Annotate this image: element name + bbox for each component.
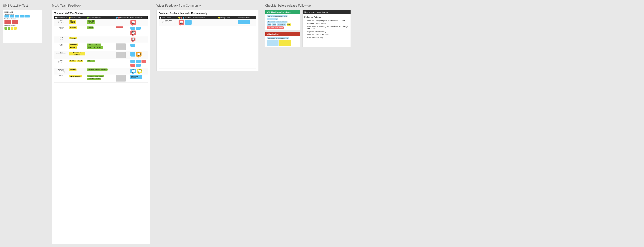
follow-up-card: Nice to have - going forward Follow up A… [302, 10, 351, 47]
sme-dot-yellow-2 [14, 27, 16, 30]
follow-up-title: Follow up Actions: [304, 16, 349, 18]
wider-dot1 [178, 17, 180, 19]
mitigating-note-2 [279, 40, 291, 46]
row-5-device: Windows 10 Desktop [68, 51, 86, 59]
bubble-pink-2: 💬 [130, 31, 136, 35]
row-7-browser: Safari earlier / Chrome / accessibility [86, 68, 115, 74]
sticky-jenny-1 [130, 44, 135, 47]
row-3-notes: 💬 [129, 36, 148, 43]
sticky-eve-1 [130, 60, 135, 63]
mvp-item-remove-tab: Remove Tab [277, 24, 286, 26]
mitigating-card: Mitigating Risk Add Removal to Round bac… [265, 32, 300, 47]
sticky-eve-5 [136, 64, 141, 67]
wider-dot2 [180, 17, 182, 19]
row-6-name: Eve (Designer) [54, 59, 68, 68]
follow-up-item-5: Look into GA/cookie stuff [307, 34, 349, 36]
mvp-row-3: What Why Remove Tab How [267, 24, 298, 26]
row-2-browser: Chrome [86, 26, 115, 36]
row-1-screenshot [115, 19, 129, 26]
wider-section: Wider Feedback from Community Continued … [154, 0, 262, 247]
row-1-name: Tim (designer) [54, 19, 68, 26]
mitigating-header: Mitigating Risk [265, 32, 300, 36]
mvp-header: MVP Checklist before release [265, 10, 300, 14]
table-row: Peter Hunt (Dev ES, Developer) 💬 [159, 19, 256, 26]
wider-th-feedback: Feedback / Recommendations [178, 16, 217, 19]
wider-table: Team Member Feedback / Recommendations [159, 16, 256, 69]
sme-red-block-2 [12, 20, 18, 24]
screenshot-alex [116, 52, 126, 58]
row-8-notes: Functions as intended [129, 74, 148, 83]
sme-observations-label: Other observations [4, 25, 41, 27]
mvp-row-1: Help banner at Registration Kiosk Improv… [267, 15, 298, 20]
moj-th-member: Team Member [54, 16, 68, 19]
mvp-item-why: Why [272, 24, 276, 26]
table-row: Beverley (IE Dev / Accessibility) Deskto… [54, 68, 148, 74]
all-team-row: ALL TEAM to test before [267, 27, 298, 29]
wider-sticky-blue [185, 20, 192, 25]
follow-up-item-2: Feedback from SMEs [307, 22, 349, 25]
wider-title: Wider Feedback from Community [156, 4, 259, 7]
sticky-alex-1 [130, 52, 135, 57]
wider-row-1-notes [237, 19, 256, 26]
sme-dot-green-1 [4, 27, 7, 30]
mitigating-note-1 [267, 40, 278, 46]
wider-row-1-name: Peter Hunt (Dev ES, Developer) [159, 19, 178, 26]
table-row: Jenny (BA) iPhone XS iPad Air 2 Safari 1… [54, 43, 148, 51]
row-3-browser [86, 36, 115, 43]
follow-up-header: Nice to have - going forward [302, 10, 350, 14]
table-row: Chloe Huawei P20 Pro Chrome 76 (Android … [54, 74, 148, 83]
ss-dot1 [116, 17, 118, 19]
bubble-yellow-1: 💬 [137, 69, 142, 73]
row-4-browser: Safari 13.1 iOS 13.4 Safari 13 on iOS 13… [86, 43, 115, 51]
sme-bars [4, 15, 41, 18]
sme-bar-3 [15, 15, 20, 18]
wider-th-changes: Changes made [217, 16, 237, 19]
row-2-device: Windows [68, 26, 86, 36]
row-2-name: Michael (dev) [54, 26, 68, 36]
follow-up-item-1: Look into mitigating risk from the back … [307, 20, 349, 22]
sme-bar-1 [4, 15, 9, 18]
mitigating-row-1: Add Removal to Round back Privacy [267, 37, 298, 39]
ss-dot2 [118, 17, 120, 19]
sticky-eve-2 [136, 60, 141, 63]
screenshot-jenny [116, 44, 126, 50]
wider-header-row: Team Member Feedback / Recommendations [159, 16, 256, 19]
wider-card: Continued feedback from wider MoJ commun… [156, 10, 259, 71]
mitigating-row-2 [267, 40, 298, 46]
row-5-notes: 💬 [129, 51, 148, 59]
table-row: Eve (Designer) Desktop Mobile Safari v.1… [54, 59, 148, 68]
bubble-orange: 💬 [136, 52, 142, 57]
sme-red-block-area [4, 20, 41, 24]
all-team-badge: ALL TEAM to test before [267, 27, 284, 29]
follow-up-item-4: Improve copy wording [307, 31, 349, 33]
sme-red-block-1 [4, 20, 11, 24]
sme-bar-2 [10, 15, 14, 18]
mvp-item-what: What [267, 24, 272, 26]
mvp-card: MVP Checklist before release Help banner… [265, 10, 300, 30]
sme-dot-green-2 [8, 27, 10, 30]
row-6-screenshot [115, 59, 129, 68]
row-5-name: Alex (product manager) [54, 51, 68, 59]
row-1-notes: 💬 [129, 19, 148, 26]
wider-member-dot [160, 17, 161, 19]
wider-dot3 [183, 17, 184, 19]
table-row: Tim (designer) iPhoneXS Max Safari iOS13… [54, 19, 148, 26]
sme-color-dots [4, 27, 41, 30]
follow-up-body: Follow up Actions: Look into mitigating … [302, 14, 350, 41]
row-5-browser [86, 51, 115, 59]
row-7-device: Desktop [68, 68, 86, 74]
row-3-device: Windows [68, 36, 86, 43]
row-7-notes: 💬 💬 [129, 68, 148, 74]
row-7-name: Beverley (IE Dev / Accessibility) [54, 68, 68, 74]
sticky-blue-2 [136, 27, 141, 30]
wider-table-body: Peter Hunt (Dev ES, Developer) 💬 [159, 19, 256, 69]
table-row: Alex (product manager) Windows 10 Deskto… [54, 51, 148, 59]
member-dot [55, 17, 57, 19]
mvp-row-2: More testing Monitor analytics [267, 21, 298, 23]
row-1-browser: Safari iOS13.3.1 [86, 19, 115, 26]
sme-feedback-label: FEEDBACK [4, 11, 41, 13]
sticky-eve-3 [142, 60, 146, 63]
wider-th-member: Team Member [159, 16, 178, 19]
sme-what-not-good-label: What wasn't so good [4, 18, 41, 20]
wider-card-title: Continued feedback from wider MoJ commun… [159, 12, 256, 15]
